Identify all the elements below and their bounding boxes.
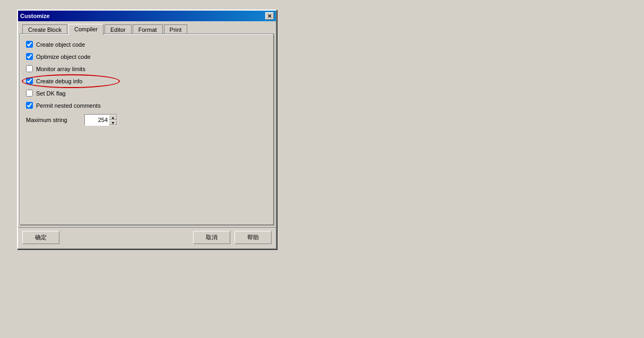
compiler-tab-panel: Create object code Optimize object code … bbox=[20, 34, 274, 225]
maximum-string-row: Maximum string ▲ ▼ bbox=[26, 114, 268, 126]
tab-compiler[interactable]: Compiler bbox=[68, 24, 103, 35]
button-bar: 确定 取消 帮助 bbox=[18, 227, 276, 248]
dialog-content: Create Block Compiler Editor Format Prin… bbox=[18, 21, 276, 227]
create-debug-info-label: Create debug info bbox=[36, 78, 82, 84]
tab-bar: Create Block Compiler Editor Format Prin… bbox=[20, 23, 274, 34]
checkbox-row-create-object: Create object code bbox=[26, 41, 268, 48]
spinbox-buttons: ▲ ▼ bbox=[109, 115, 117, 125]
optimize-object-code-checkbox[interactable] bbox=[26, 53, 33, 60]
title-bar: Customize ✕ bbox=[18, 11, 276, 21]
permit-nested-comments-checkbox[interactable] bbox=[26, 102, 33, 109]
maximum-string-input[interactable] bbox=[85, 115, 109, 125]
ok-button[interactable]: 确定 bbox=[22, 231, 59, 244]
tab-create-block[interactable]: Create Block bbox=[22, 24, 67, 35]
close-button[interactable]: ✕ bbox=[265, 12, 274, 20]
dialog-title: Customize bbox=[20, 13, 50, 19]
tab-print[interactable]: Print bbox=[164, 24, 188, 35]
create-object-code-checkbox[interactable] bbox=[26, 41, 33, 48]
checkbox-row-set-dk: Set DK flag bbox=[26, 90, 268, 97]
spinbox-up-button[interactable]: ▲ bbox=[109, 115, 117, 120]
create-debug-info-checkbox[interactable] bbox=[26, 77, 33, 84]
set-dk-flag-label: Set DK flag bbox=[36, 90, 66, 97]
customize-dialog: Customize ✕ Create Block Compiler Editor… bbox=[17, 10, 277, 249]
monitor-array-limits-label: Monitor array limits bbox=[36, 66, 85, 72]
spinbox-down-button[interactable]: ▼ bbox=[109, 120, 117, 125]
cancel-button[interactable]: 取消 bbox=[193, 231, 230, 244]
spacer bbox=[59, 231, 193, 244]
help-button[interactable]: 帮助 bbox=[234, 231, 272, 244]
create-object-code-label: Create object code bbox=[36, 41, 85, 48]
checkbox-row-create-debug: Create debug info bbox=[26, 77, 268, 84]
checkbox-row-permit-nested: Permit nested comments bbox=[26, 102, 268, 109]
checkbox-row-optimize: Optimize object code bbox=[26, 53, 268, 60]
permit-nested-comments-label: Permit nested comments bbox=[36, 102, 101, 109]
tab-format[interactable]: Format bbox=[133, 24, 163, 35]
optimize-object-code-label: Optimize object code bbox=[36, 54, 91, 60]
checkbox-row-monitor-array: Monitor array limits bbox=[26, 65, 268, 72]
set-dk-flag-checkbox[interactable] bbox=[26, 90, 33, 97]
spinbox-container: ▲ ▼ bbox=[84, 114, 118, 126]
dialog-wrapper: Customize ✕ Create Block Compiler Editor… bbox=[17, 10, 277, 249]
tab-editor[interactable]: Editor bbox=[105, 24, 132, 35]
monitor-array-limits-checkbox[interactable] bbox=[26, 65, 33, 72]
maximum-string-label: Maximum string bbox=[26, 117, 79, 123]
